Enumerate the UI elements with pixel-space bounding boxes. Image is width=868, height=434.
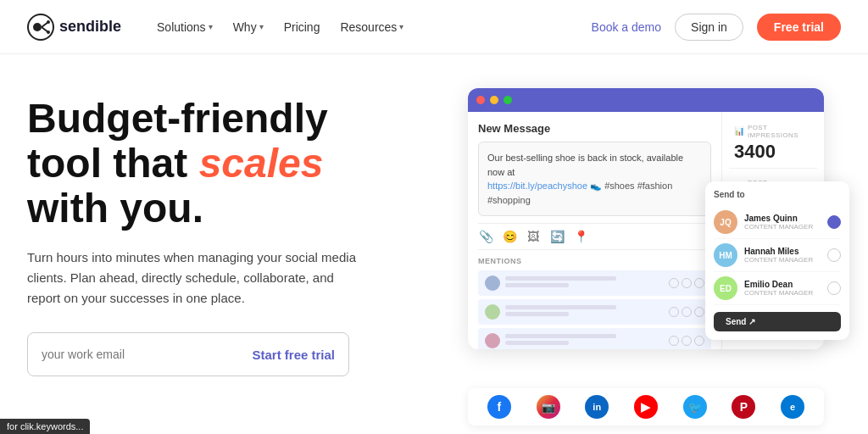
mention-action-dot[interactable]: [682, 336, 692, 346]
svg-point-4: [47, 20, 50, 24]
mentions-label: MENTIONS: [478, 257, 711, 265]
contact-radio-emilio[interactable]: [827, 281, 841, 295]
message-box: Our best-selling shoe is back in stock, …: [478, 142, 711, 216]
hero-left: Budget-friendly tool that scales with yo…: [27, 88, 434, 434]
mention-lines: [505, 276, 664, 290]
mention-actions: [669, 307, 704, 317]
mention-avatar: [485, 275, 500, 291]
edge-icon[interactable]: e: [781, 395, 804, 419]
impressions-value: 3400: [734, 141, 812, 163]
mention-actions: [669, 336, 704, 346]
contact-info-hannah: Hannah Miles CONTENT MANAGER: [744, 247, 821, 264]
contact-info-james: James Quinn CONTENT MANAGER: [744, 214, 821, 231]
close-dot: [476, 96, 485, 104]
mention-item: [478, 299, 711, 325]
email-input[interactable]: [28, 348, 238, 361]
emoji-icon[interactable]: 😊: [502, 229, 517, 244]
nav-why[interactable]: Why ▾: [225, 15, 272, 39]
email-signup-row: Start free trial: [27, 332, 349, 376]
hero-subtext: Turn hours into minutes when managing yo…: [27, 248, 366, 309]
social-icons-bar: f 📷 in ▶ 🐦 P e: [468, 388, 824, 426]
mention-action-dot[interactable]: [682, 307, 692, 317]
mention-action-dot[interactable]: [682, 278, 692, 288]
nav-resources[interactable]: Resources ▾: [331, 15, 412, 39]
logo-text: sendible: [59, 18, 121, 36]
chevron-down-icon: ▾: [209, 22, 213, 31]
mention-line: [505, 276, 616, 281]
nav-links: Solutions ▾ Why ▾ Pricing Resources ▾: [148, 15, 592, 39]
svg-point-5: [47, 31, 50, 34]
logo[interactable]: sendible: [27, 14, 121, 41]
impressions-stat: 📊 POST IMPRESSIONS 3400: [729, 119, 817, 169]
nav-solutions[interactable]: Solutions ▾: [148, 15, 221, 39]
mention-item: [478, 270, 711, 296]
nav-pricing[interactable]: Pricing: [275, 15, 329, 39]
facebook-icon[interactable]: f: [487, 395, 511, 419]
mention-line: [505, 341, 569, 345]
svg-point-1: [33, 23, 42, 31]
mockup-titlebar: [468, 88, 824, 112]
contact-avatar-james: JQ: [714, 210, 737, 234]
attachment-icon[interactable]: 📎: [478, 229, 493, 244]
start-trial-link[interactable]: Start free trial: [238, 348, 348, 362]
mention-action-dot[interactable]: [694, 278, 704, 288]
mockup-left-panel: New Message Our best-selling shoe is bac…: [468, 112, 722, 349]
location-icon[interactable]: 📍: [573, 229, 588, 244]
send-button[interactable]: Send ↗: [714, 312, 841, 331]
mention-lines: [505, 305, 664, 319]
contact-radio-james[interactable]: [827, 215, 841, 229]
contact-emilio: ED Emilio Dean CONTENT MANAGER: [714, 272, 841, 305]
hero-right: New Message Our best-selling shoe is bac…: [451, 88, 841, 434]
mention-action-dot[interactable]: [669, 307, 679, 317]
pinterest-icon[interactable]: P: [732, 395, 755, 419]
send-to-card: Send to JQ James Quinn CONTENT MANAGER H…: [705, 181, 849, 340]
contact-james: JQ James Quinn CONTENT MANAGER: [714, 206, 841, 239]
mention-avatar: [485, 304, 500, 320]
refresh-icon[interactable]: 🔄: [549, 229, 565, 244]
contact-avatar-emilio: ED: [714, 276, 737, 300]
contact-hannah: HM Hannah Miles CONTENT MANAGER: [714, 239, 841, 272]
linkedin-icon[interactable]: in: [585, 395, 609, 419]
mention-item: [478, 328, 711, 349]
mention-lines: [505, 334, 664, 348]
hero-heading: Budget-friendly tool that scales with yo…: [27, 97, 434, 231]
mention-line: [505, 312, 569, 316]
message-toolbar: 📎 😊 🖼 🔄 📍: [478, 223, 711, 250]
youtube-icon[interactable]: ▶: [634, 395, 658, 419]
impressions-icon: 📊: [734, 126, 744, 136]
contact-avatar-hannah: HM: [714, 243, 737, 267]
book-demo-link[interactable]: Book a demo: [592, 20, 662, 34]
status-tooltip: for clik.keywords...: [0, 419, 90, 434]
minimize-dot: [490, 96, 498, 104]
mention-action-dot[interactable]: [669, 278, 679, 288]
mention-avatar: [485, 333, 500, 348]
mention-line: [505, 305, 616, 309]
nav-right: Book a demo Sign in Free trial: [592, 14, 841, 41]
twitter-icon[interactable]: 🐦: [683, 395, 707, 419]
contact-radio-hannah[interactable]: [827, 248, 841, 262]
message-link[interactable]: https://bit.ly/peachyshoe: [487, 181, 587, 191]
instagram-icon[interactable]: 📷: [537, 395, 560, 419]
mention-line: [505, 334, 616, 338]
scales-word: scales: [199, 141, 324, 186]
send-to-title: Send to: [714, 190, 841, 199]
impressions-label: 📊 POST IMPRESSIONS: [734, 124, 812, 139]
chevron-down-icon: ▾: [259, 22, 264, 31]
mention-line: [505, 283, 569, 287]
expand-dot: [504, 96, 512, 104]
sign-in-button[interactable]: Sign in: [675, 14, 743, 41]
image-icon[interactable]: 🖼: [526, 229, 541, 244]
chevron-down-icon: ▾: [399, 22, 403, 31]
mention-actions: [669, 278, 704, 288]
mention-action-dot[interactable]: [669, 336, 679, 346]
new-message-title: New Message: [478, 122, 711, 135]
free-trial-button[interactable]: Free trial: [757, 14, 841, 41]
navbar: sendible Solutions ▾ Why ▾ Pricing Resou…: [0, 0, 868, 54]
mention-action-dot[interactable]: [694, 336, 704, 346]
mentions-section: MENTIONS: [478, 257, 711, 349]
contact-info-emilio: Emilio Dean CONTENT MANAGER: [744, 280, 821, 297]
hero-section: Budget-friendly tool that scales with yo…: [0, 54, 868, 434]
mention-action-dot[interactable]: [694, 307, 704, 317]
